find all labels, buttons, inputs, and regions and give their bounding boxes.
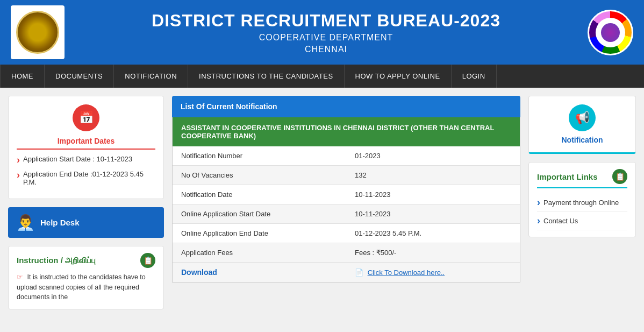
instruction-title: Instruction / அறிவிப்பு (17, 256, 96, 265)
notification-widget-title: Notification (537, 136, 627, 144)
important-dates-card: 📅 Important Dates Application Start Date… (8, 96, 164, 199)
instruction-icon: 📋 (140, 253, 155, 268)
header-title: DISTRICT RECRUITMENT BUREAU-2023 COOPERA… (65, 11, 588, 54)
table-row: Application Fees Fees : ₹500/- (173, 243, 520, 263)
table-row: Notification Number 01-2023 (173, 146, 520, 166)
instruction-text: ☞ It is instructed to the candidates hav… (17, 272, 155, 302)
date-item-start: Application Start Date : 10-11-2023 (17, 155, 155, 166)
instruction-header: Instruction / அறிவிப்பு 📋 (17, 253, 155, 268)
row-value: 10-11-2023 (346, 185, 520, 204)
notification-list-header: List Of Current Notification (172, 96, 520, 117)
rainbow-inner (596, 18, 625, 47)
logo-emblem (16, 11, 59, 54)
nav-how-to-apply[interactable]: HOW TO APPLY ONLINE (345, 65, 452, 88)
header: DISTRICT RECRUITMENT BUREAU-2023 COOPERA… (0, 0, 644, 65)
row-label: Notification Number (173, 146, 346, 166)
download-text: Download (181, 268, 217, 277)
table-row: Online Application Start Date 10-11-2023 (173, 204, 520, 224)
rainbow-core (601, 23, 620, 42)
site-subtitle1: COOPERATIVE DEPARTMENT (65, 33, 588, 43)
sidebar-right: 📢 Notification Important Links 📋 Payment… (528, 96, 636, 309)
row-value: 10-11-2023 (346, 204, 520, 224)
navbar: HOME DOCUMENTS NOTIFICATION INSTRUCTIONS… (0, 65, 644, 88)
helpdesk-card[interactable]: 👨‍💼 Help Desk (8, 207, 164, 238)
table-row: Notification Date 10-11-2023 (173, 185, 520, 204)
row-label: Online Application Start Date (173, 204, 346, 224)
download-label: Download (173, 263, 346, 282)
main-layout: 📅 Important Dates Application Start Date… (0, 88, 644, 317)
nav-home[interactable]: HOME (0, 65, 45, 88)
nav-documents[interactable]: DOCUMENTS (45, 65, 114, 88)
links-icon: 📋 (612, 169, 627, 184)
row-label: Online Application End Date (173, 224, 346, 243)
helpdesk-label: Help Desk (40, 218, 80, 227)
important-dates-title: Important Dates (17, 137, 155, 150)
row-value: 01-2023 (346, 146, 520, 166)
table-row: Online Application End Date 01-12-2023 5… (173, 224, 520, 243)
instruction-card: Instruction / அறிவிப்பு 📋 ☞ It is instru… (8, 246, 164, 309)
row-value: 01-12-2023 5.45 P.M. (346, 224, 520, 243)
nav-notification[interactable]: NOTIFICATION (114, 65, 188, 88)
download-link[interactable]: Click To Download here.. (368, 269, 445, 277)
nav-instructions[interactable]: INSTRUCTIONS TO THE CANDIDATES (188, 65, 345, 88)
site-subtitle2: CHENNAI (65, 45, 588, 54)
row-value: 132 (346, 166, 520, 185)
center-content: List Of Current Notification ASSISTANT I… (172, 96, 520, 309)
row-label: No Of Vacancies (173, 166, 346, 185)
notification-widget: 📢 Notification (528, 96, 636, 154)
download-link-cell: 📄 Click To Download here.. (346, 263, 520, 282)
rainbow-emblem (588, 10, 633, 55)
row-label: Notification Date (173, 185, 346, 204)
calendar-icon: 📅 (73, 104, 99, 131)
notification-body: ASSISTANT IN COOPERATIVE INSTITUTIONS IN… (172, 117, 520, 282)
site-title: DISTRICT RECRUITMENT BUREAU-2023 (65, 11, 588, 31)
table-row: No Of Vacancies 132 (173, 166, 520, 185)
row-value: Fees : ₹500/- (346, 243, 520, 263)
info-table: Notification Number 01-2023 No Of Vacanc… (173, 146, 520, 282)
link-item-payment[interactable]: Payment through Online (537, 194, 627, 212)
helpdesk-icon: 👨‍💼 (16, 214, 35, 231)
instruction-body: It is instructed to the candidates have … (17, 273, 146, 301)
date-item-end: Application End Date :01-12-2023 5.45 P.… (17, 170, 155, 186)
megaphone-icon: 📢 (569, 104, 596, 131)
important-links-card: Important Links 📋 Payment through Online… (528, 162, 636, 237)
sidebar-left: 📅 Important Dates Application Start Date… (8, 96, 164, 309)
link-item-contact[interactable]: Contact Us (537, 212, 627, 230)
header-logo (11, 5, 65, 59)
green-title-bar: ASSISTANT IN COOPERATIVE INSTITUTIONS IN… (173, 117, 520, 146)
row-label: Application Fees (173, 243, 346, 263)
download-row: Download 📄 Click To Download here.. (173, 263, 520, 282)
file-icon: 📄 (355, 269, 363, 277)
nav-login[interactable]: LOGIN (452, 65, 497, 88)
arrow-icon: ☞ (17, 273, 23, 281)
important-links-header: Important Links 📋 (537, 169, 627, 188)
important-links-title: Important Links (537, 172, 598, 181)
